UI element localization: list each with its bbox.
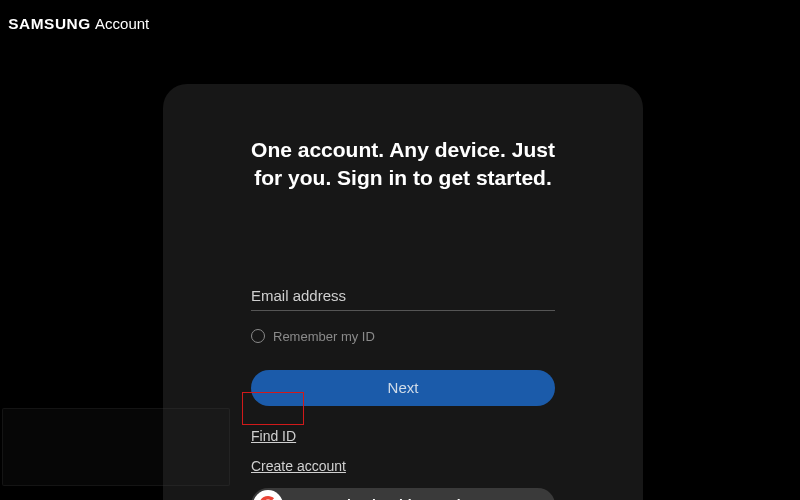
brand: SAMSUNG Account [12,15,149,32]
email-field-row [251,281,555,311]
remember-label: Remember my ID [273,329,375,344]
remember-radio-icon[interactable] [251,329,265,343]
samsung-logo: SAMSUNG [8,16,91,32]
remember-row[interactable]: Remember my ID [251,329,555,344]
find-id-link[interactable]: Find ID [251,428,555,444]
hero-heading: One account. Any device. Just for you. S… [251,136,555,193]
signin-card: One account. Any device. Just for you. S… [163,84,643,500]
email-input[interactable] [251,281,555,311]
google-signin-button[interactable]: Sign in with Google [251,488,555,500]
next-button[interactable]: Next [251,370,555,406]
top-bar: SAMSUNG Account [0,0,800,48]
create-account-link[interactable]: Create account [251,458,555,474]
google-icon [253,490,283,500]
brand-subtitle: Account [95,15,149,32]
